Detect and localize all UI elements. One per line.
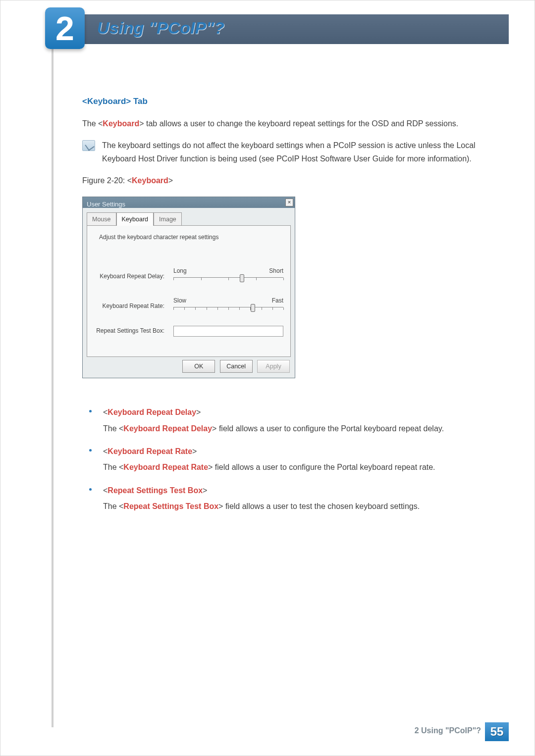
text: Figure 2-20: <: [82, 176, 132, 185]
list-item: <Repeat Settings Test Box>The <Repeat Se…: [82, 484, 500, 513]
slider-repeat-delay[interactable]: Long Short: [173, 266, 283, 287]
side-line: [52, 14, 54, 727]
note-text: The keyboard settings do not affect the …: [102, 139, 500, 165]
keyword: Keyboard: [132, 176, 168, 185]
label-repeat-rate: Keyboard Repeat Rate:: [94, 302, 173, 311]
chapter-title: Using "PCoIP"?: [97, 18, 224, 38]
tab-keyboard[interactable]: Keyboard: [116, 212, 154, 226]
footer: 2 Using "PCoIP"? 55: [52, 722, 509, 741]
text: The <: [82, 119, 103, 128]
slider-left-label: Slow: [173, 296, 186, 306]
ok-button[interactable]: OK: [182, 360, 215, 373]
dialog-buttons: OK Cancel Apply: [83, 357, 295, 378]
slider-right-label: Short: [269, 266, 283, 276]
note: The keyboard settings do not affect the …: [82, 139, 500, 165]
dialog-title: User Settings: [87, 201, 125, 208]
label-repeat-delay: Keyboard Repeat Delay:: [94, 272, 173, 282]
bullet-icon: [89, 410, 92, 412]
section-heading: <Keyboard> Tab: [82, 95, 500, 108]
bullet-body: The <Keyboard Repeat Delay> field allows…: [103, 422, 500, 435]
bullet-icon: [89, 449, 92, 452]
slider-thumb[interactable]: [240, 274, 244, 282]
slider-right-label: Fast: [272, 296, 283, 306]
figure-caption: Figure 2-20: <Keyboard>: [82, 174, 500, 187]
slider-left-label: Long: [173, 266, 187, 276]
tab-strip: MouseKeyboardImage Adjust the keyboard c…: [83, 208, 295, 357]
text: > tab allows a user to change the keyboa…: [139, 119, 458, 128]
pane-hint: Adjust the keyboard character repeat set…: [99, 233, 283, 243]
bullet-list: <Keyboard Repeat Delay>The <Keyboard Rep…: [82, 406, 500, 513]
slider-repeat-rate[interactable]: Slow Fast: [173, 296, 283, 317]
page-number: 55: [485, 722, 509, 741]
tab-mouse[interactable]: Mouse: [87, 212, 116, 226]
apply-button[interactable]: Apply: [257, 360, 290, 373]
slider-thumb[interactable]: [251, 304, 255, 312]
footer-text: 2 Using "PCoIP"?: [415, 726, 481, 735]
keyword: Keyboard: [103, 119, 139, 128]
list-item: <Keyboard Repeat Rate>The <Keyboard Repe…: [82, 445, 500, 474]
label-test-box: Repeat Settings Test Box:: [94, 326, 173, 336]
bullet-body: The <Repeat Settings Test Box> field all…: [103, 500, 500, 513]
slider-track[interactable]: [173, 277, 283, 287]
repeat-test-input[interactable]: [173, 326, 283, 337]
close-button[interactable]: ×: [285, 199, 293, 206]
intro-paragraph: The <Keyboard> tab allows a user to chan…: [82, 117, 500, 130]
chapter-number-badge: 2: [45, 7, 85, 49]
text: >: [168, 176, 173, 185]
bullet-heading: <Keyboard Repeat Delay>: [103, 406, 500, 419]
dialog-title-bar: User Settings ×: [83, 197, 295, 208]
note-icon: [82, 140, 95, 151]
slider-track[interactable]: [173, 307, 283, 317]
row-repeat-delay: Keyboard Repeat Delay: Long Short: [94, 266, 283, 287]
tab-image[interactable]: Image: [154, 212, 182, 226]
list-item: <Keyboard Repeat Delay>The <Keyboard Rep…: [82, 406, 500, 435]
bullet-heading: <Repeat Settings Test Box>: [103, 484, 500, 497]
cancel-button[interactable]: Cancel: [220, 360, 253, 373]
user-settings-dialog: User Settings × MouseKeyboardImage Adjus…: [82, 197, 295, 379]
content: <Keyboard> Tab The <Keyboard> tab allows…: [82, 95, 500, 523]
bullet-icon: [89, 488, 92, 491]
tab-pane-keyboard: Adjust the keyboard character repeat set…: [87, 225, 291, 356]
row-test-box: Repeat Settings Test Box:: [94, 326, 283, 337]
bullet-body: The <Keyboard Repeat Rate> field allows …: [103, 461, 500, 474]
row-repeat-rate: Keyboard Repeat Rate: Slow Fast: [94, 296, 283, 317]
bullet-heading: <Keyboard Repeat Rate>: [103, 445, 500, 458]
page: 2 Using "PCoIP"? <Keyboard> Tab The <Key…: [0, 0, 535, 756]
